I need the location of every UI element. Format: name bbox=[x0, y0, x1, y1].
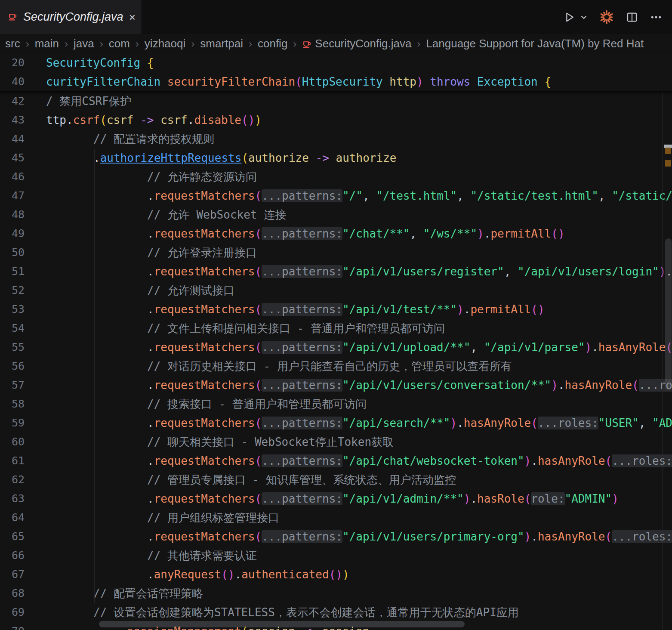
token: . bbox=[147, 227, 154, 240]
code-text: .anyRequest().authenticated()) bbox=[147, 565, 349, 584]
split-editor-icon[interactable] bbox=[626, 11, 638, 24]
token: requestMatchers bbox=[154, 530, 255, 543]
code-line-43[interactable]: 43ttp.csrf(csrf -> csrf.disable()) bbox=[0, 111, 672, 130]
code-line-61[interactable]: 61.requestMatchers(...patterns:"/api/cha… bbox=[0, 451, 672, 470]
code-line-58[interactable]: 58// 搜索接口 - 普通用户和管理员都可访问 bbox=[0, 395, 672, 414]
code-line-69[interactable]: 69// 设置会话创建策略为STATELESS，表示不会创建会话，通常用于无状态… bbox=[0, 603, 672, 622]
code-line-42[interactable]: 42/ 禁用CSRF保护 bbox=[0, 92, 672, 111]
code-line-66[interactable]: 66// 其他请求需要认证 bbox=[0, 546, 672, 565]
code-line-54[interactable]: 54// 文件上传和提问相关接口 - 普通用户和管理员都可访问 bbox=[0, 319, 672, 338]
token: requestMatchers bbox=[154, 265, 255, 278]
code-text: .requestMatchers(...patterns:"/api/v1/te… bbox=[147, 300, 545, 319]
code-line-67[interactable]: 67.anyRequest().authenticated()) bbox=[0, 565, 672, 584]
token: ( bbox=[329, 568, 336, 581]
code-line-51[interactable]: 51.requestMatchers(...patterns:"/api/v1/… bbox=[0, 262, 672, 281]
code-line-52[interactable]: 52// 允许测试接口 bbox=[0, 281, 672, 300]
symbol-link[interactable]: authorizeHttpRequests bbox=[100, 151, 242, 164]
token: // 配置请求的授权规则 bbox=[93, 133, 214, 145]
code-line-60[interactable]: 60// 聊天相关接口 - WebSocket停止Token获取 bbox=[0, 432, 672, 451]
token bbox=[423, 75, 430, 88]
breadcrumb-item-main[interactable]: main bbox=[35, 37, 59, 50]
code-editor[interactable]: 20SecurityConfig {40curityFilterChain se… bbox=[0, 53, 672, 630]
line-number: 60 bbox=[0, 432, 25, 451]
breadcrumb-item-language-support-for-java-tm-by-red-hat[interactable]: Language Support for Java(TM) by Red Hat bbox=[426, 37, 644, 50]
breadcrumb-item-java[interactable]: java bbox=[74, 37, 94, 50]
inlay-hint: role: bbox=[531, 492, 564, 505]
token: ) bbox=[538, 303, 545, 316]
line-number: 40 bbox=[0, 72, 25, 91]
token: . bbox=[147, 341, 154, 354]
token: // 允许测试接口 bbox=[147, 284, 234, 297]
token: ( bbox=[255, 530, 262, 543]
breadcrumb-separator-icon: › bbox=[417, 38, 420, 50]
code-text: .requestMatchers(...patterns:"/api/chat/… bbox=[147, 451, 672, 470]
line-number: 52 bbox=[0, 281, 25, 300]
line-number: 53 bbox=[0, 300, 25, 319]
code-text: .requestMatchers(...patterns:"/api/v1/us… bbox=[147, 527, 672, 546]
breadcrumb-item-config[interactable]: config bbox=[258, 37, 287, 50]
token: ) bbox=[524, 530, 531, 543]
token: ) bbox=[524, 454, 531, 467]
token: , bbox=[639, 417, 652, 429]
vertical-scrollbar-thumb[interactable] bbox=[665, 238, 672, 390]
horizontal-scrollbar-thumb[interactable] bbox=[99, 621, 465, 627]
token: throws bbox=[430, 75, 470, 88]
code-text: // 配置会话管理策略 bbox=[93, 584, 203, 603]
token: . bbox=[531, 454, 538, 467]
breadcrumb-item-src[interactable]: src bbox=[5, 37, 20, 50]
token: "/api/v1/users/register" bbox=[342, 265, 504, 278]
code-line-56[interactable]: 56// 对话历史相关接口 - 用户只能查看自己的历史，管理员可以查看所有 bbox=[0, 357, 672, 376]
code-line-20[interactable]: 20SecurityConfig { bbox=[0, 53, 672, 72]
code-line-44[interactable]: 44// 配置请求的授权规则 bbox=[0, 130, 672, 148]
code-text: .requestMatchers(...patterns:"/chat/**",… bbox=[147, 224, 565, 243]
token: ) bbox=[464, 492, 471, 505]
token: hasAnyRole bbox=[565, 379, 632, 392]
code-line-65[interactable]: 65.requestMatchers(...patterns:"/api/v1/… bbox=[0, 527, 672, 546]
inlay-hint: ...patterns: bbox=[262, 379, 342, 392]
indent-guide bbox=[67, 130, 67, 622]
code-line-64[interactable]: 64// 用户组织标签管理接口 bbox=[0, 508, 672, 527]
token: // 文件上传和提问相关接口 - 普通用户和管理员都可访问 bbox=[147, 322, 445, 335]
run-button[interactable] bbox=[563, 11, 588, 24]
token: hasAnyRole bbox=[598, 341, 666, 354]
code-line-53[interactable]: 53.requestMatchers(...patterns:"/api/v1/… bbox=[0, 300, 672, 319]
code-text: .requestMatchers(...patterns:"/api/v1/up… bbox=[147, 338, 672, 357]
breadcrumb-item-yizhaoqi[interactable]: yizhaoqi bbox=[145, 37, 185, 50]
breadcrumb-item-com[interactable]: com bbox=[109, 37, 130, 50]
line-number: 67 bbox=[0, 565, 25, 584]
code-text: // 允许登录注册接口 bbox=[147, 243, 257, 262]
code-line-46[interactable]: 46// 允许静态资源访问 bbox=[0, 167, 672, 186]
code-line-59[interactable]: 59.requestMatchers(...patterns:"/api/sea… bbox=[0, 414, 672, 432]
token: ( bbox=[100, 114, 107, 127]
chevron-down-icon[interactable] bbox=[580, 13, 588, 21]
more-actions-icon[interactable] bbox=[650, 11, 663, 24]
code-line-45[interactable]: 45.authorizeHttpRequests(authorize -> au… bbox=[0, 148, 672, 167]
token: ) bbox=[612, 492, 619, 505]
code-line-49[interactable]: 49.requestMatchers(...patterns:"/chat/**… bbox=[0, 224, 672, 243]
code-line-62[interactable]: 62// 管理员专属接口 - 知识库管理、系统状态、用户活动监控 bbox=[0, 470, 672, 489]
token: . bbox=[66, 114, 73, 127]
tab-securityconfig-java[interactable]: SecurityConfig.java × bbox=[0, 0, 142, 34]
claude-icon[interactable] bbox=[599, 9, 614, 25]
token: ) bbox=[450, 417, 457, 429]
breadcrumb-item-smartpai[interactable]: smartpai bbox=[200, 37, 243, 50]
sticky-scroll: 20SecurityConfig {40curityFilterChain se… bbox=[0, 53, 672, 92]
close-tab-icon[interactable]: × bbox=[129, 12, 136, 23]
code-line-57[interactable]: 57.requestMatchers(...patterns:"/api/v1/… bbox=[0, 376, 672, 395]
code-line-48[interactable]: 48// 允许 WebSocket 连接 bbox=[0, 205, 672, 224]
code-line-55[interactable]: 55.requestMatchers(...patterns:"/api/v1/… bbox=[0, 338, 672, 357]
breadcrumb-item-securityconfig-java[interactable]: SecurityConfig.java bbox=[302, 37, 411, 50]
token: . bbox=[147, 530, 154, 543]
code-line-63[interactable]: 63.requestMatchers(...patterns:"/api/v1/… bbox=[0, 489, 672, 508]
breadcrumb-separator-icon: › bbox=[293, 38, 296, 50]
line-number: 46 bbox=[0, 167, 25, 186]
token: "/api/v1/parse" bbox=[484, 341, 585, 354]
code-line-47[interactable]: 47.requestMatchers(...patterns:"/", "/te… bbox=[0, 186, 672, 205]
code-line-40[interactable]: 40curityFilterChain securityFilterChain(… bbox=[0, 72, 672, 91]
token: . bbox=[558, 379, 565, 392]
code-line-68[interactable]: 68// 配置会话管理策略 bbox=[0, 584, 672, 603]
token: , bbox=[410, 227, 423, 240]
code-line-50[interactable]: 50// 允许登录注册接口 bbox=[0, 243, 672, 262]
breadcrumb-label: yizhaoqi bbox=[145, 37, 185, 50]
token: // 设置会话创建策略为STATELESS，表示不会创建会话，通常用于无状态的A… bbox=[93, 606, 519, 619]
